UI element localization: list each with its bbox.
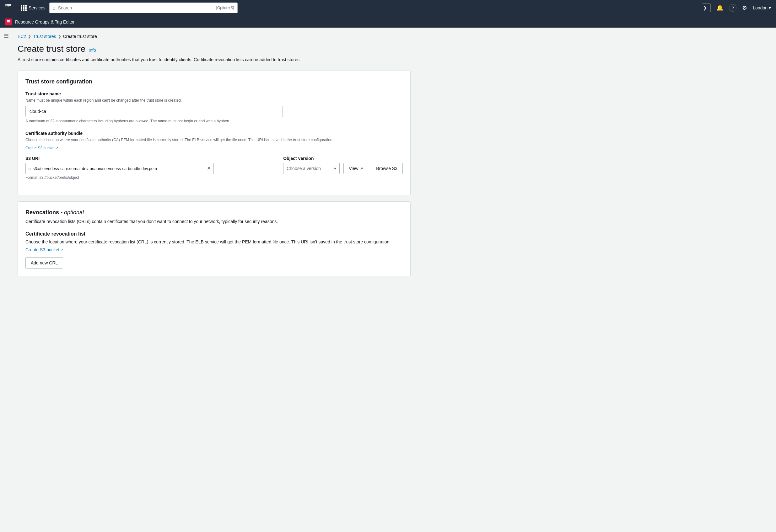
page-title-row: Create trust store Info xyxy=(18,44,411,54)
services-menu[interactable]: Services xyxy=(21,5,45,11)
crl-section-desc: Choose the location where your certifica… xyxy=(25,239,403,245)
hamburger-icon: ☰ xyxy=(4,33,9,527)
ca-bundle-hint: Choose the location where your certifica… xyxy=(25,137,403,143)
s3-uri-input[interactable] xyxy=(33,166,205,171)
ca-bundle-label: Certificate authority bundle xyxy=(25,131,403,136)
trust-store-name-note: A maximum of 32 alphanumeric characters … xyxy=(25,119,403,123)
s3-uri-group: S3 URI ⌕ ✕ Format: s3://bucket/prefix/ob… xyxy=(25,156,279,180)
create-s3-bucket-link[interactable]: Create S3 bucket ↗ xyxy=(25,146,58,150)
trust-store-name-group: Trust store name Name must be unique wit… xyxy=(25,91,403,123)
s3-search-icon: ⌕ xyxy=(28,166,31,171)
s3-row: S3 URI ⌕ ✕ Format: s3://bucket/prefix/ob… xyxy=(25,156,403,180)
search-input[interactable] xyxy=(58,5,214,10)
page-description: A trust store contains certificates and … xyxy=(18,56,411,63)
aws-logo[interactable] xyxy=(5,2,17,14)
grid-icon xyxy=(21,5,27,11)
crl-external-link-icon: ↗ xyxy=(60,248,63,252)
resource-groups-label[interactable]: Resource Groups & Tag Editor xyxy=(15,19,75,24)
trust-store-name-hint: Name must be unique within each region a… xyxy=(25,97,403,103)
revocations-desc: Certificate revocation lists (CRLs) cont… xyxy=(25,218,403,225)
main-content: EC2 ❯ Trust stores ❯ Create trust store … xyxy=(13,28,421,532)
version-chevron-icon: ▾ xyxy=(334,166,336,171)
s3-format-note: Format: s3://bucket/prefix/object xyxy=(25,175,279,180)
sidebar-toggle[interactable]: ☰ xyxy=(0,28,13,532)
region-chevron-icon: ▾ xyxy=(769,5,771,10)
crl-create-s3-link[interactable]: Create S3 bucket ↗ xyxy=(25,247,63,252)
region-label: London xyxy=(753,5,768,10)
search-icon: ⌕ xyxy=(53,5,55,11)
s3-input-wrapper: ⌕ ✕ xyxy=(25,163,214,174)
add-new-crl-button[interactable]: Add new CRL xyxy=(25,257,63,269)
actions-group: View ↗ Browse S3 xyxy=(344,163,403,174)
breadcrumb-ec2[interactable]: EC2 xyxy=(18,34,26,39)
resource-groups-icon: ☰ xyxy=(5,18,12,25)
trust-store-name-label: Trust store name xyxy=(25,91,403,96)
s3-clear-button[interactable]: ✕ xyxy=(207,166,211,171)
object-version-label: Object version xyxy=(283,156,340,161)
trust-store-name-input[interactable] xyxy=(25,106,283,117)
browse-s3-button[interactable]: Browse S3 xyxy=(371,163,403,174)
breadcrumb-sep-1: ❯ xyxy=(28,34,31,39)
object-version-group: Object version Choose a version ▾ xyxy=(283,156,340,174)
search-shortcut: [Option+S] xyxy=(216,6,234,10)
version-select[interactable]: Choose a version ▾ xyxy=(283,163,340,174)
external-link-icon: ↗ xyxy=(55,146,58,150)
breadcrumb-current: Create trust store xyxy=(63,34,97,39)
breadcrumb-sep-2: ❯ xyxy=(58,34,61,39)
terminal-button[interactable]: ❯_ xyxy=(702,3,711,12)
version-select-placeholder: Choose a version xyxy=(286,166,321,171)
services-label: Services xyxy=(29,5,45,10)
view-external-icon: ↗ xyxy=(360,167,363,171)
breadcrumb-trust-stores[interactable]: Trust stores xyxy=(33,34,56,39)
view-button[interactable]: View ↗ xyxy=(344,163,368,174)
page-title: Create trust store xyxy=(18,44,85,54)
info-link[interactable]: Info xyxy=(88,48,96,53)
ca-bundle-group: Certificate authority bundle Choose the … xyxy=(25,131,403,180)
search-bar[interactable]: ⌕ [Option+S] xyxy=(49,3,238,13)
top-nav: Services ⌕ [Option+S] ❯_ 🔔 ? ⚙ London ▾ xyxy=(0,0,776,16)
trust-store-config-card: Trust store configuration Trust store na… xyxy=(18,70,411,195)
help-icon[interactable]: ? xyxy=(729,4,737,12)
page-wrapper: ☰ EC2 ❯ Trust stores ❯ Create trust stor… xyxy=(0,28,776,532)
breadcrumb: EC2 ❯ Trust stores ❯ Create trust store xyxy=(18,34,411,39)
trust-store-config-title: Trust store configuration xyxy=(25,78,403,85)
secondary-nav: ☰ Resource Groups & Tag Editor xyxy=(0,16,776,28)
revocations-card: Revocations - optional Certificate revoc… xyxy=(18,201,411,276)
revocations-title: Revocations - optional xyxy=(25,209,403,216)
gear-icon[interactable]: ⚙ xyxy=(742,4,747,11)
nav-right: ❯_ 🔔 ? ⚙ London ▾ xyxy=(702,3,771,12)
s3-uri-label: S3 URI xyxy=(25,156,279,161)
bell-icon[interactable]: 🔔 xyxy=(716,4,723,11)
region-selector[interactable]: London ▾ xyxy=(753,5,771,10)
crl-section-link: Create S3 bucket ↗ xyxy=(25,247,403,252)
crl-section-title: Certificate revocation list xyxy=(25,231,403,237)
